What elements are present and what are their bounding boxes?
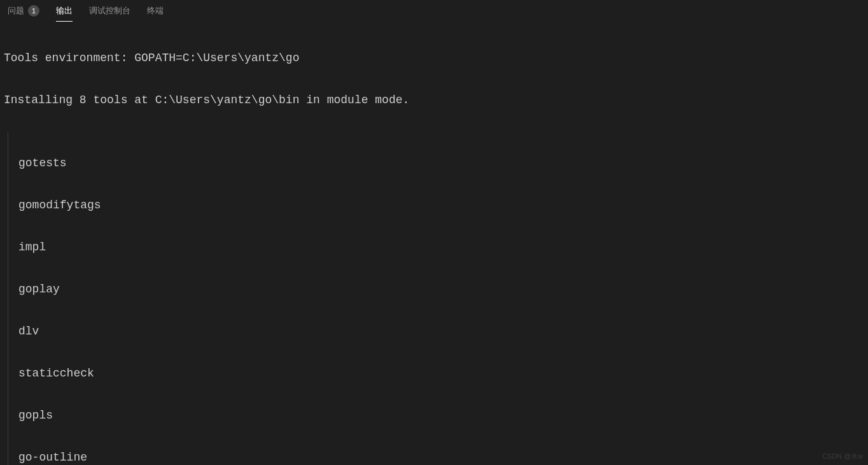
output-panel: Tools environment: GOPATH=C:\Users\yantz… bbox=[0, 22, 868, 465]
output-line: Tools environment: GOPATH=C:\Users\yantz… bbox=[4, 48, 864, 69]
tab-terminal-label: 终端 bbox=[147, 5, 164, 17]
output-line: dlv bbox=[18, 321, 864, 342]
output-line: impl bbox=[18, 237, 864, 258]
output-line: gopls bbox=[18, 405, 864, 426]
tab-output[interactable]: 输出 bbox=[56, 0, 73, 22]
output-line: gotests bbox=[18, 153, 864, 174]
output-line: go-outline bbox=[18, 447, 864, 465]
output-line: gomodifytags bbox=[18, 195, 864, 216]
tab-problems-label: 问题 bbox=[8, 5, 24, 17]
tab-output-label: 输出 bbox=[56, 5, 73, 17]
tab-debug-console[interactable]: 调试控制台 bbox=[89, 0, 130, 22]
tab-terminal[interactable]: 终端 bbox=[147, 0, 164, 22]
output-line: Installing 8 tools at C:\Users\yantz\go\… bbox=[4, 90, 864, 111]
problems-badge: 1 bbox=[28, 5, 39, 17]
output-line: staticcheck bbox=[18, 363, 864, 384]
panel-tab-bar: 问题 1 输出 调试控制台 终端 bbox=[0, 0, 868, 22]
tools-list: gotests gomodifytags impl goplay dlv sta… bbox=[8, 132, 864, 465]
output-line: goplay bbox=[18, 279, 864, 300]
watermark: CSDN @水w bbox=[822, 452, 863, 461]
tab-debug-console-label: 调试控制台 bbox=[89, 5, 130, 17]
tab-problems[interactable]: 问题 1 bbox=[8, 0, 39, 22]
